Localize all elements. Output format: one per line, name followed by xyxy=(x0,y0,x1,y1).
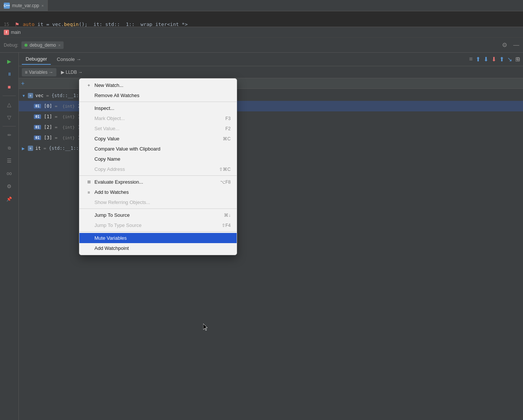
cm-new-watch[interactable]: + New Watch... xyxy=(79,80,237,90)
cm-show-referring: Show Referring Objects... xyxy=(79,197,237,207)
step-out-icon[interactable]: ⬆ xyxy=(499,56,504,63)
scroll-up-button[interactable]: △ xyxy=(4,99,15,110)
step-into-icon[interactable]: ⬇ xyxy=(483,56,488,63)
panel-tabs: ≡ Variables → ▶ LLDB → xyxy=(19,66,523,78)
resume-button[interactable]: ▶ xyxy=(4,56,15,67)
breadcrumb: f main xyxy=(0,27,523,37)
cm-evaluate-shortcut: ⌥F8 xyxy=(220,180,231,185)
code-line: auto it = vec.begin(); it: std:: 1:: wra… xyxy=(23,21,187,27)
cm-jump-to-type-source: Jump To Type Source ⇧F4 xyxy=(79,220,237,230)
vec-eq: = xyxy=(46,93,49,98)
cm-copy-address-label: Copy Address xyxy=(94,166,125,172)
cm-mark-object-label: Mark Object... xyxy=(94,116,125,121)
index-0-badge: 01 xyxy=(34,104,41,108)
index-3-type: {int} xyxy=(62,135,75,140)
cm-evaluate-expression[interactable]: ⊞ Evaluate Expression... ⌥F8 xyxy=(79,177,237,187)
cm-set-value-label: Set Value... xyxy=(94,126,119,131)
content-area: Debugger Console → ≡ ⬆ ⬇ ⬇ ⬆ ↘ ⊞ ⧉ ≡ Var… xyxy=(19,53,523,420)
cm-mute-variables-label: Mute Variables xyxy=(94,235,127,241)
cm-mute-variables[interactable]: Mute Variables xyxy=(79,233,237,243)
cm-divider-3 xyxy=(79,208,237,209)
list-button[interactable]: ☰ xyxy=(4,155,15,166)
debugger-tabs: Debugger Console → ≡ ⬆ ⬇ ⬇ ⬆ ↘ ⊞ ⧉ xyxy=(19,53,523,66)
plus-icon: + xyxy=(85,83,92,88)
minimize-button[interactable]: — xyxy=(513,42,519,49)
session-name: debug_demo xyxy=(30,43,56,48)
index-3-name: [3] xyxy=(44,135,52,140)
vec-var-icon: ≡ xyxy=(28,93,33,98)
cm-set-value: Set Value... F2 xyxy=(79,123,237,134)
index-3-eq: = xyxy=(55,135,58,140)
cm-divider-4 xyxy=(79,231,237,232)
file-tab[interactable]: C++ mute_var.cpp × xyxy=(0,0,48,11)
cm-add-to-watches[interactable]: ≡ Add to Watches xyxy=(79,187,237,197)
evaluate-icon: ⊞ xyxy=(85,180,92,184)
cm-inspect[interactable]: Inspect... xyxy=(79,103,237,113)
stop-button[interactable]: ■ xyxy=(4,81,15,93)
step-over-up-icon[interactable]: ⬆ xyxy=(476,56,480,63)
tab-variables[interactable]: ≡ Variables → xyxy=(22,68,56,76)
add-variable-button[interactable]: + xyxy=(21,80,24,87)
lldb-tab-label: LLDB → xyxy=(66,70,83,75)
variables-icon: ≡ xyxy=(25,70,27,75)
file-tab-label: mute_var.cpp xyxy=(12,3,39,8)
index-0-eq: = xyxy=(55,103,58,109)
debug-label: Debug: xyxy=(4,43,18,48)
toggle-panel-button[interactable]: ⧉ xyxy=(516,56,520,62)
cm-add-watchpoint[interactable]: Add Watchpoint xyxy=(79,243,237,253)
settings-gear-button[interactable]: ⚙ xyxy=(502,41,507,49)
it-var-icon: ≡ xyxy=(28,146,33,151)
index-1-eq: = xyxy=(55,114,58,119)
session-close-button[interactable]: × xyxy=(58,43,61,47)
edit-button[interactable]: ✏ xyxy=(4,129,15,141)
index-1-badge: 01 xyxy=(34,114,41,119)
cm-jump-source-shortcut: ⌘↓ xyxy=(224,213,231,218)
index-2-type: {int} xyxy=(62,125,75,130)
debugger-toolbar-icons: ≡ ⬆ ⬇ ⬇ ⬆ ↘ ⊞ xyxy=(469,56,520,63)
cm-jump-type-label: Jump To Type Source xyxy=(94,222,141,228)
watches-icon: ≡ xyxy=(85,190,92,195)
cm-compare-value[interactable]: Compare Value with Clipboard xyxy=(79,144,237,154)
lldb-icon: ▶ xyxy=(61,70,64,75)
tab-debugger[interactable]: Debugger xyxy=(22,54,51,65)
it-name: it xyxy=(35,146,41,151)
debug-session[interactable]: debug_demo × xyxy=(21,41,64,49)
cm-copy-value-shortcut: ⌘C xyxy=(223,136,231,142)
scroll-down-button[interactable]: ▽ xyxy=(4,112,15,123)
tab-lldb[interactable]: ▶ LLDB → xyxy=(58,68,86,76)
watch-button[interactable]: oo xyxy=(4,168,15,179)
it-expand-arrow[interactable]: ▶ xyxy=(22,146,26,151)
cm-copy-name[interactable]: Copy Name xyxy=(79,154,237,164)
cm-copy-value[interactable]: Copy Value ⌘C xyxy=(79,134,237,144)
cm-inspect-label: Inspect... xyxy=(94,105,114,111)
tab-console[interactable]: Console → xyxy=(53,54,85,64)
cm-jump-to-source[interactable]: Jump To Source ⌘↓ xyxy=(79,210,237,220)
index-2-name: [2] xyxy=(44,125,52,130)
tab-bar: C++ mute_var.cpp × xyxy=(0,0,523,11)
cm-copy-address-shortcut: ⇧⌘C xyxy=(219,167,231,172)
settings-button[interactable]: ⚙ xyxy=(4,181,15,192)
debug-toolbar: Debug: debug_demo × ⚙ — xyxy=(0,38,523,53)
it-eq: = xyxy=(43,146,46,151)
cm-compare-value-label: Compare Value with Clipboard xyxy=(94,146,160,152)
step-into-red-icon[interactable]: ⬇ xyxy=(491,56,496,63)
copy-button[interactable]: ⧉ xyxy=(4,142,15,154)
cm-remove-all-watches[interactable]: Remove All Watches xyxy=(79,90,237,100)
tab-close-button[interactable]: × xyxy=(41,3,44,8)
index-2-eq: = xyxy=(55,125,58,130)
code-editor-area: 15 ⚑ auto it = vec.begin(); it: std:: 1:… xyxy=(0,11,523,38)
cm-add-watches-label: Add to Watches xyxy=(94,189,129,195)
cm-copy-value-label: Copy Value xyxy=(94,136,119,142)
cm-copy-name-label: Copy Name xyxy=(94,156,120,162)
pin-button[interactable]: 📌 xyxy=(4,193,15,205)
context-menu: + New Watch... Remove All Watches Inspec… xyxy=(79,78,237,255)
run-cursor-icon[interactable]: ↘ xyxy=(507,56,512,63)
cm-show-referring-label: Show Referring Objects... xyxy=(94,199,150,205)
pause-button[interactable]: ⏸ xyxy=(4,68,15,80)
hamburger-icon[interactable]: ≡ xyxy=(469,56,473,63)
cm-add-watchpoint-label: Add Watchpoint xyxy=(94,245,129,251)
index-3-badge: 01 xyxy=(34,135,41,140)
divider-2 xyxy=(3,126,15,126)
breadcrumb-item: f main xyxy=(4,30,21,35)
vec-expand-arrow[interactable]: ▼ xyxy=(22,94,26,98)
